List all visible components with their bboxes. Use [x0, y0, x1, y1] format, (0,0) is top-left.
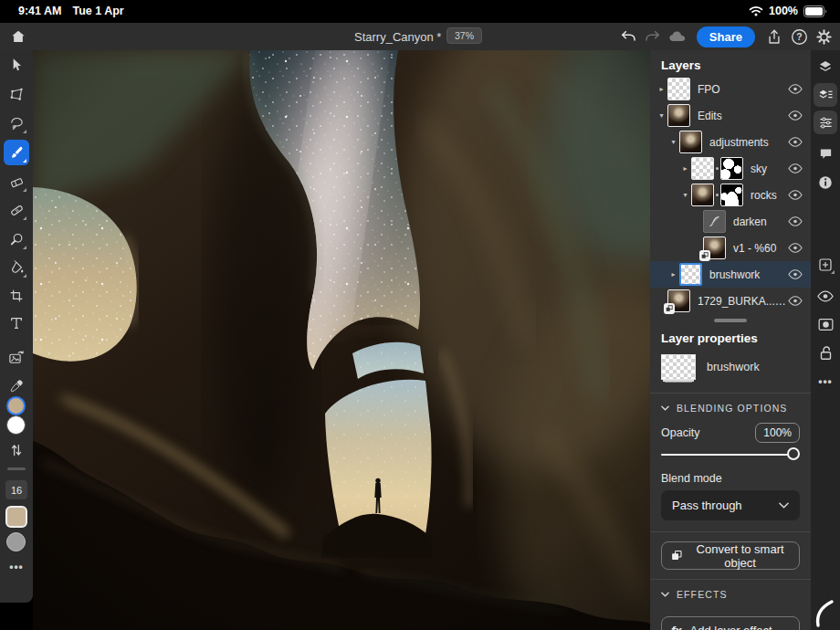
layer-name: rocks [751, 189, 787, 202]
lock-layer-button[interactable] [814, 341, 837, 364]
layer-visibility-eye-icon[interactable] [787, 216, 803, 226]
layer-visibility-eye-icon[interactable] [787, 163, 803, 173]
disclosure-triangle-icon[interactable]: ▾ [679, 191, 691, 199]
layer-name: 1729_BURKA...anced-NR33 [698, 295, 787, 308]
layer-visibility-eye-icon[interactable] [787, 137, 803, 147]
tool-rail: 16 ••• [0, 50, 33, 603]
layers-detail-view-button[interactable] [814, 83, 837, 107]
layer-visibility-eye-icon[interactable] [787, 190, 803, 200]
layer-name: v1 - %60 [733, 242, 787, 255]
layer-thumbnail[interactable] [703, 236, 726, 259]
layer-mask-thumbnail[interactable] [720, 184, 743, 206]
disclosure-triangle-icon[interactable]: ▸ [679, 164, 691, 173]
brush-color-swatch[interactable] [5, 506, 27, 528]
disclosure-triangle-icon[interactable]: ▸ [667, 270, 679, 278]
effects-header[interactable]: EFFECTS [650, 580, 811, 607]
comments-button[interactable] [814, 142, 837, 165]
layer-row[interactable]: ▸sky [650, 155, 811, 182]
opacity-slider[interactable] [661, 446, 800, 463]
layer-more-button[interactable]: ••• [814, 370, 837, 394]
add-layer-effect-button[interactable]: fx Add layer effect [661, 616, 800, 630]
layer-row[interactable]: darken [650, 208, 811, 235]
tool-options-drag-handle[interactable] [7, 467, 26, 470]
info-button[interactable] [814, 171, 837, 194]
magnifier-tool[interactable] [4, 226, 29, 252]
layer-name: brushwork [709, 268, 787, 281]
place-photo-tool[interactable] [4, 345, 29, 371]
export-icon[interactable] [763, 26, 785, 47]
layer-name: adjustments [709, 136, 787, 149]
status-bar: 9:41 AM Tue 1 Apr 100% [0, 0, 840, 23]
background-color-well[interactable] [6, 415, 26, 435]
corner-gesture-indicator [812, 599, 837, 628]
type-tool[interactable] [4, 310, 29, 336]
eraser-tool[interactable] [4, 169, 29, 194]
layer-visibility-eye-icon[interactable] [787, 84, 803, 94]
layers-compact-view-button[interactable] [814, 55, 837, 79]
mask-link-dot [716, 194, 719, 196]
brush-tool[interactable] [4, 140, 29, 165]
adjustments-button[interactable] [814, 110, 837, 134]
crop-tool[interactable] [4, 283, 29, 309]
lasso-select-tool[interactable] [4, 110, 29, 136]
layer-row[interactable]: ▸FPO [650, 76, 811, 102]
redo-button[interactable] [642, 26, 664, 47]
convert-to-smart-object-button[interactable]: Convert to smart object [661, 541, 800, 570]
brush-preview-circle[interactable] [6, 532, 26, 551]
healing-brush-tool[interactable] [4, 197, 29, 223]
fill-bucket-tool[interactable] [4, 255, 29, 280]
document-canvas[interactable] [33, 50, 650, 630]
eyedropper-tool[interactable] [4, 373, 29, 399]
layer-thumbnail[interactable] [703, 210, 726, 233]
layer-row[interactable]: ▾adjustments [650, 129, 811, 155]
disclosure-triangle-icon[interactable]: ▸ [656, 85, 667, 93]
opacity-slider-knob[interactable] [787, 447, 800, 460]
blending-options-header[interactable]: BLENDING OPTIONS [650, 394, 811, 421]
swap-colors-button[interactable] [4, 437, 29, 463]
share-button[interactable]: Share [697, 26, 755, 47]
layer-visibility-eye-icon[interactable] [787, 269, 803, 279]
layer-thumbnail[interactable] [691, 157, 714, 180]
disclosure-triangle-icon[interactable]: ▾ [656, 111, 667, 120]
layer-visibility-button[interactable] [814, 284, 837, 308]
home-button[interactable] [7, 26, 29, 47]
opacity-value-box[interactable]: 100% [755, 423, 800, 443]
foreground-color-well[interactable] [6, 396, 26, 415]
layer-row[interactable]: ▸brushwork [650, 261, 811, 288]
layer-thumbnail[interactable] [679, 263, 702, 286]
document-title-group[interactable]: Starry_Canyon * [354, 26, 455, 47]
layer-mask-button[interactable] [814, 312, 837, 336]
help-button[interactable]: ? [788, 26, 810, 47]
properties-layer-row: brushwork [650, 349, 811, 393]
layer-row[interactable]: ▾rocks [650, 182, 811, 208]
layer-properties-title: Layer properties [650, 324, 811, 349]
layer-thumbnail[interactable] [667, 289, 690, 312]
layer-row[interactable]: ▾Edits [650, 102, 811, 129]
layer-thumbnail[interactable] [667, 78, 690, 100]
layer-visibility-eye-icon[interactable] [787, 296, 803, 306]
layer-name: sky [751, 163, 787, 175]
layer-visibility-eye-icon[interactable] [787, 243, 803, 253]
brush-size-value[interactable]: 16 [5, 480, 27, 499]
disclosure-triangle-icon[interactable]: ▾ [667, 138, 679, 146]
layer-visibility-eye-icon[interactable] [787, 110, 803, 121]
transform-tool[interactable] [4, 81, 29, 107]
panel-drag-handle[interactable] [714, 319, 747, 322]
layer-thumbnail[interactable] [691, 184, 714, 206]
move-tool[interactable] [4, 52, 29, 78]
layer-mask-thumbnail[interactable] [720, 157, 743, 180]
tool-rail-more-button[interactable]: ••• [4, 554, 29, 580]
top-toolbar: Starry_Canyon * 37% Share ? [0, 23, 840, 50]
layer-thumbnail[interactable] [679, 131, 702, 153]
cloud-sync-icon[interactable] [667, 26, 688, 47]
clock-date: Tue 1 Apr [72, 5, 123, 17]
zoom-level-badge[interactable]: 37% [446, 27, 482, 44]
layer-row[interactable]: v1 - %60 [650, 235, 811, 261]
layer-row[interactable]: 1729_BURKA...anced-NR33 [650, 288, 811, 314]
add-layer-button[interactable] [814, 253, 837, 277]
blend-mode-dropdown[interactable]: Pass through [661, 490, 800, 520]
smart-object-icon [671, 549, 682, 562]
layer-thumbnail[interactable] [667, 104, 690, 127]
settings-gear-button[interactable] [813, 26, 835, 47]
undo-button[interactable] [617, 26, 639, 47]
